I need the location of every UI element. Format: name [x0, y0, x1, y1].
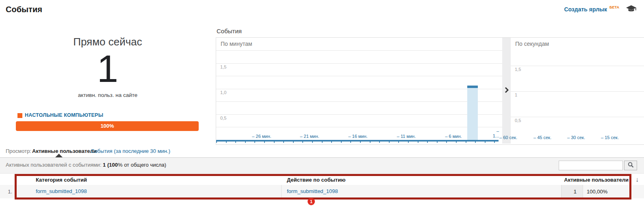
percent-cell: 100,00%	[587, 189, 607, 195]
y-axis-tick: 1,0	[220, 90, 226, 95]
gridline	[216, 76, 502, 76]
event-action-link[interactable]: form_submitted_1098	[287, 188, 338, 194]
realtime-events-page: События Создать ярлык БЕТА Прямо сейчас …	[0, 0, 644, 206]
charts-panel: По минутам 1,5 1,0 0,5 – 26 мин. – 21 ми…	[216, 37, 644, 145]
row-index: 1.	[0, 189, 12, 195]
y-axis-tick: 0,5	[220, 116, 226, 120]
event-category-link[interactable]: form_submitted_1098	[36, 188, 87, 194]
gridline	[216, 63, 502, 64]
x-axis-tick: – 15 сек.	[596, 135, 624, 140]
charts-section-title: События	[217, 28, 242, 34]
gridline	[511, 91, 644, 92]
create-shortcut-area: Создать ярлык БЕТА	[564, 5, 637, 15]
page-title: События	[6, 5, 42, 14]
beta-badge: БЕТА	[609, 5, 619, 9]
x-axis-tick: – 30 сек.	[562, 135, 590, 140]
desktop-legend-swatch	[17, 113, 22, 118]
column-header-active-users[interactable]: Активные пользователи	[564, 177, 629, 183]
active-tab-pointer	[55, 154, 63, 157]
column-divider	[281, 185, 282, 198]
chevron-right-icon[interactable]	[505, 87, 509, 95]
x-axis-tick: – 60 сек.	[494, 135, 523, 140]
minutes-chart-title: По минутам	[221, 41, 252, 47]
tab-events-30min[interactable]: События (за последние 30 мин.)	[91, 148, 170, 154]
y-axis-tick: 1,5	[515, 67, 521, 72]
gridline	[511, 66, 644, 66]
x-axis-tick: – 45 сек.	[528, 135, 557, 140]
gridline	[216, 114, 502, 115]
gridline	[216, 50, 502, 51]
minutes-bar	[467, 86, 478, 140]
search-input[interactable]	[559, 161, 623, 170]
summary-text: Активных пользователей с событиями: 1 (1…	[6, 162, 166, 168]
x-axis-tick: – 16 мин.	[344, 134, 372, 139]
x-axis-ticks	[216, 142, 499, 143]
x-axis-tick: – 21 мин.	[295, 134, 324, 139]
annotation-badge: 1	[308, 198, 315, 205]
x-axis-tick: – 26 мин.	[247, 134, 276, 139]
gridline	[216, 127, 502, 127]
y-axis-tick: 0,5	[515, 118, 521, 123]
y-axis-tick: 1	[515, 92, 517, 97]
active-users-count: 1	[49, 50, 167, 88]
download-arrow-icon[interactable]: ↓	[635, 176, 639, 183]
gridline	[216, 89, 502, 89]
column-header-action: Действие по событию	[287, 177, 345, 183]
x-axis-tick: – 6 мин.	[439, 134, 468, 139]
view-label: Просмотр:	[6, 148, 31, 154]
gridline	[511, 117, 644, 117]
desktop-share-bar: 100%	[16, 121, 199, 131]
search-button[interactable]	[624, 161, 637, 170]
graduation-cap-icon[interactable]	[626, 5, 637, 15]
gridline	[216, 101, 502, 102]
right-now-label: Прямо сейчас	[49, 36, 167, 48]
column-header-category: Категория событий	[36, 177, 87, 183]
search-icon	[628, 162, 634, 170]
create-shortcut-link[interactable]: Создать ярлык	[564, 5, 607, 14]
y-axis-tick: 1,5	[220, 64, 226, 69]
active-users-caption: активн. польз. на сайте	[28, 92, 187, 98]
active-users-cell: 1	[561, 185, 583, 198]
tab-active-users[interactable]: Активные пользователи	[32, 148, 97, 154]
x-axis-tick: – 11 мин.	[392, 134, 421, 139]
desktop-legend-label: НАСТОЛЬНЫЕ КОМПЬЮТЕРЫ	[25, 112, 103, 118]
chart-divider	[502, 38, 511, 144]
summary-value: 1 (100	[103, 162, 118, 168]
seconds-chart-title: По секундам	[515, 41, 549, 47]
